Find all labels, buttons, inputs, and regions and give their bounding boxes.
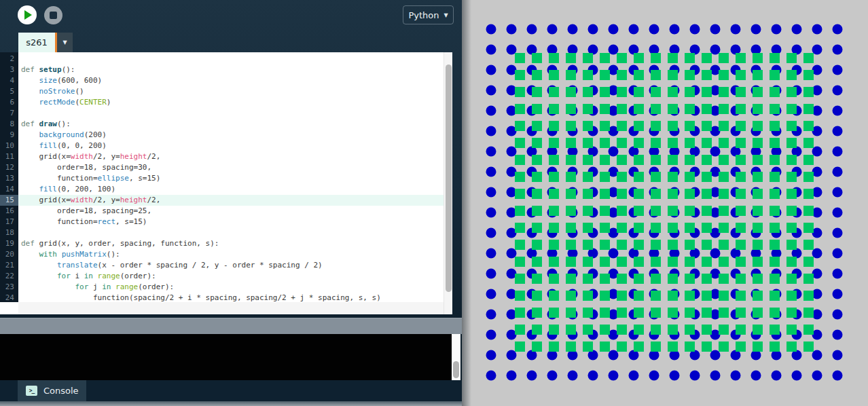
code-line[interactable]: background(200) (18, 130, 444, 141)
line-number: 8 (0, 119, 18, 130)
code-line[interactable]: for j in range(order): (18, 282, 444, 293)
line-number: 4 (0, 75, 18, 86)
language-dropdown[interactable]: Python ▼ (403, 5, 454, 24)
file-tab[interactable]: s261 (18, 33, 57, 52)
line-number: 24 (0, 293, 18, 303)
code-lines[interactable]: def setup(): size(600, 600) noStroke() r… (18, 52, 444, 302)
chevron-down-icon: ▼ (444, 12, 448, 18)
line-number: 22 (0, 271, 18, 282)
code-line[interactable]: size(600, 600) (18, 75, 444, 86)
line-number: 15 (0, 195, 18, 206)
panel-resize-handle[interactable] (0, 318, 462, 334)
line-number: 6 (0, 97, 18, 108)
file-tab-menu-button[interactable]: ▼ (57, 33, 73, 52)
console-tab[interactable]: >_ Console (18, 380, 86, 401)
line-number: 11 (0, 151, 18, 162)
line-number: 9 (0, 130, 18, 141)
line-number: 7 (0, 108, 18, 119)
code-line[interactable] (18, 54, 444, 64)
chevron-down-icon: ▼ (62, 39, 67, 45)
code-line[interactable]: noStroke() (18, 86, 444, 97)
code-line[interactable]: grid(x=width/2, y=height/2, (18, 195, 444, 206)
line-number: 5 (0, 86, 18, 97)
editor-horizontal-scrollbar[interactable] (18, 302, 444, 314)
line-number-gutter: 23456789101112131415161718192021222324 (0, 52, 18, 302)
run-button[interactable] (18, 5, 37, 24)
line-number: 10 (0, 141, 18, 151)
terminal-icon: >_ (26, 386, 37, 396)
code-editor[interactable]: 23456789101112131415161718192021222324 d… (0, 52, 452, 314)
code-line[interactable]: with pushMatrix(): (18, 249, 444, 260)
bottom-status-strip (0, 401, 462, 406)
console-tab-bar: >_ Console (0, 380, 462, 401)
console-output[interactable] (0, 334, 452, 380)
line-number: 13 (0, 173, 18, 184)
line-number: 17 (0, 217, 18, 227)
line-number: 2 (0, 54, 18, 64)
console-scrollbar-thumb[interactable] (453, 361, 459, 378)
code-line[interactable]: def grid(x, y, order, spacing, function,… (18, 238, 444, 249)
line-number: 14 (0, 184, 18, 195)
code-line[interactable] (18, 108, 444, 119)
code-line[interactable]: grid(x=width/2, y=height/2, (18, 151, 444, 162)
language-dropdown-label: Python (408, 10, 439, 20)
line-number: 23 (0, 282, 18, 293)
sketch-svg (462, 0, 868, 406)
ide-panel: Python ▼ s261 ▼ 234567891011121314151617… (0, 0, 462, 406)
line-number: 12 (0, 162, 18, 173)
editor-scrollbar-thumb[interactable] (446, 64, 452, 292)
code-line[interactable]: rectMode(CENTER) (18, 97, 444, 108)
sketch-output-canvas[interactable] (462, 0, 868, 406)
console-output-panel (0, 334, 462, 380)
code-line[interactable]: for i in range(order): (18, 271, 444, 282)
line-number: 16 (0, 206, 18, 217)
code-line[interactable]: order=18, spacing=30, (18, 162, 444, 173)
console-tab-label: Console (43, 386, 79, 396)
code-line[interactable]: function=rect, s=15) (18, 217, 444, 227)
code-line[interactable]: def setup(): (18, 64, 444, 75)
stop-icon (50, 12, 57, 19)
line-number: 19 (0, 238, 18, 249)
play-icon (24, 10, 32, 20)
editor-vertical-scrollbar[interactable] (444, 52, 452, 314)
line-number: 3 (0, 64, 18, 75)
code-line[interactable]: def draw(): (18, 119, 444, 130)
code-line[interactable]: fill(0, 200, 100) (18, 184, 444, 195)
code-line[interactable]: function=ellipse, s=15) (18, 173, 444, 184)
code-line[interactable] (18, 227, 444, 238)
line-number: 21 (0, 260, 18, 271)
line-number: 18 (0, 227, 18, 238)
code-line[interactable]: fill(0, 0, 200) (18, 141, 444, 151)
code-line[interactable]: order=18, spacing=25, (18, 206, 444, 217)
file-tab-label: s261 (26, 37, 48, 48)
stop-button[interactable] (44, 6, 62, 24)
console-vertical-scrollbar[interactable] (452, 334, 460, 380)
line-number: 20 (0, 249, 18, 260)
app-window: Python ▼ s261 ▼ 234567891011121314151617… (0, 0, 868, 406)
code-line[interactable]: translate(x - order * spacing / 2, y - o… (18, 260, 444, 271)
